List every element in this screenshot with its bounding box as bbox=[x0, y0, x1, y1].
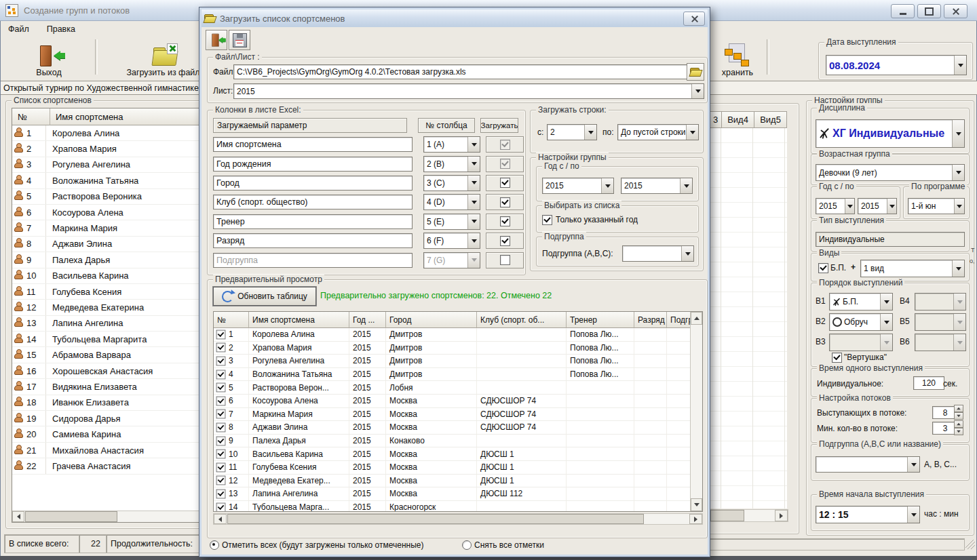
row-checkbox[interactable] bbox=[216, 396, 226, 405]
column-header[interactable]: Вид5 bbox=[754, 111, 787, 128]
list-item[interactable]: 13 Лапина Ангелина bbox=[12, 316, 199, 332]
chevron-down-icon[interactable] bbox=[952, 165, 964, 180]
save-groups-button[interactable]: хранить bbox=[700, 38, 775, 77]
table-row[interactable]: 5 Растворова Верон... 2015 Лобня bbox=[214, 381, 691, 395]
list-item[interactable]: 20 Самиева Карина bbox=[12, 426, 199, 442]
table-row[interactable]: 8 Аджави Элина 2015 Москва СДЮСШОР 74 bbox=[214, 421, 691, 435]
dialog-year-from[interactable]: 2015 bbox=[542, 178, 614, 194]
list-item[interactable]: 7 Маркина Мария bbox=[12, 220, 199, 236]
column-header[interactable]: Разряд bbox=[634, 312, 667, 328]
column-header[interactable]: Год ... bbox=[349, 312, 386, 328]
list-item[interactable]: 11 Голубева Ксения bbox=[12, 284, 199, 300]
column-combobox[interactable]: 7 (G) bbox=[423, 252, 480, 268]
close-button[interactable] bbox=[944, 4, 968, 18]
chevron-down-icon[interactable] bbox=[887, 199, 896, 214]
sheet-combobox[interactable]: 2015 bbox=[233, 83, 704, 99]
column-combobox[interactable]: 2 (B) bbox=[423, 156, 480, 172]
chevron-down-icon[interactable] bbox=[691, 84, 704, 98]
load-checkbox[interactable] bbox=[500, 159, 510, 169]
center-hscrollbar[interactable] bbox=[710, 509, 788, 522]
column-header-num[interactable]: № bbox=[12, 108, 50, 125]
unmark-all-radio[interactable] bbox=[462, 540, 472, 550]
dialog-subgroup-combobox[interactable] bbox=[622, 245, 694, 262]
refresh-table-button[interactable]: Обновить таблицу bbox=[213, 287, 316, 306]
resize-grip[interactable] bbox=[965, 540, 975, 549]
load-checkbox[interactable] bbox=[500, 255, 510, 265]
column-combobox[interactable]: 3 (C) bbox=[423, 175, 480, 191]
row-checkbox[interactable] bbox=[216, 357, 226, 366]
column-header[interactable]: Подгр... bbox=[667, 312, 691, 328]
chevron-down-icon[interactable] bbox=[584, 125, 596, 140]
row-checkbox[interactable] bbox=[216, 383, 226, 393]
min-flow-stepper[interactable] bbox=[954, 420, 963, 435]
vidy-count-combobox[interactable]: 1 вид bbox=[860, 260, 965, 277]
chevron-down-icon[interactable] bbox=[467, 233, 480, 248]
list-item[interactable]: 16 Хорошевская Анастасия bbox=[12, 363, 199, 379]
minimize-button[interactable] bbox=[891, 4, 915, 18]
list-item[interactable]: 1 Королева Алина bbox=[12, 125, 199, 141]
b6-combobox[interactable] bbox=[915, 334, 966, 351]
discipline-combobox[interactable]: ХГ Индивидуальные bbox=[816, 119, 965, 148]
chevron-down-icon[interactable] bbox=[467, 214, 480, 229]
table-row[interactable]: 10 Васильева Карина 2015 Москва ДЮСШ 1 bbox=[214, 447, 691, 461]
preview-hscrollbar[interactable] bbox=[213, 513, 703, 525]
list-item[interactable]: 10 Васильева Карина bbox=[12, 268, 199, 284]
date-combobox[interactable]: 08.08.2024 bbox=[826, 55, 967, 75]
row-checkbox[interactable] bbox=[216, 476, 226, 485]
column-combobox[interactable]: 5 (E) bbox=[423, 214, 480, 230]
list-item[interactable]: 5 Растворова Вероника bbox=[12, 189, 199, 205]
param-field[interactable]: Разряд bbox=[213, 233, 413, 248]
chevron-down-icon[interactable] bbox=[601, 178, 613, 193]
chevron-down-icon[interactable] bbox=[845, 199, 854, 214]
load-checkbox[interactable] bbox=[500, 197, 510, 207]
load-checkbox[interactable] bbox=[500, 236, 510, 246]
chevron-down-icon[interactable] bbox=[952, 120, 964, 147]
b3-combobox[interactable] bbox=[829, 334, 893, 351]
program-combobox[interactable]: 1-й юн bbox=[908, 198, 965, 214]
list-item[interactable]: 2 Храпова Мария bbox=[12, 141, 199, 157]
time-input[interactable]: 120 bbox=[913, 376, 944, 390]
table-row[interactable]: 12 Медведева Екатер... 2015 Москва ДЮСШ … bbox=[214, 475, 691, 488]
list-item[interactable]: 18 Иванюк Елизавета bbox=[12, 395, 199, 411]
chevron-down-icon[interactable] bbox=[467, 253, 480, 268]
chevron-down-icon[interactable] bbox=[954, 199, 964, 214]
list-item[interactable]: 21 Михайлова Анастасия bbox=[12, 443, 199, 458]
row-checkbox[interactable] bbox=[216, 449, 226, 459]
bp-checkbox[interactable] bbox=[818, 263, 828, 273]
table-row[interactable]: 4 Воложанина Татьяна 2015 Дмитров Попова… bbox=[214, 368, 691, 382]
exit-button[interactable]: Выход bbox=[11, 38, 87, 77]
param-field[interactable]: Подгруппа bbox=[213, 253, 413, 268]
load-checkbox[interactable] bbox=[500, 178, 510, 188]
param-field[interactable]: Тренер bbox=[213, 214, 413, 229]
year-from-combobox[interactable]: 2015 bbox=[816, 198, 855, 214]
preview-vscrollbar[interactable] bbox=[690, 312, 702, 511]
column-header[interactable]: Город bbox=[386, 312, 477, 328]
chevron-down-icon[interactable] bbox=[467, 157, 480, 172]
chevron-down-icon[interactable] bbox=[907, 506, 919, 523]
table-row[interactable]: 7 Маркина Мария 2015 Москва СДЮСШОР 74 bbox=[214, 408, 691, 422]
chevron-down-icon[interactable] bbox=[954, 56, 966, 75]
table-row[interactable]: 1 Королева Алина 2015 Дмитров Попова Лю.… bbox=[214, 328, 691, 342]
menu-item[interactable]: Файл bbox=[8, 24, 29, 34]
year-to-combobox[interactable]: 2015 bbox=[858, 198, 897, 214]
chevron-down-icon[interactable] bbox=[680, 178, 692, 193]
only-year-checkbox[interactable] bbox=[542, 215, 552, 225]
column-header[interactable]: Клуб (спорт. об... bbox=[477, 312, 567, 328]
maximize-button[interactable] bbox=[917, 4, 941, 18]
list-item[interactable]: 15 Абрамова Варвара bbox=[12, 347, 199, 363]
start-time-combobox[interactable]: 12 : 15 bbox=[816, 506, 920, 523]
table-row[interactable]: 11 Голубева Ксения 2015 Москва ДЮСШ 1 bbox=[214, 461, 691, 475]
column-combobox[interactable]: 6 (F) bbox=[423, 233, 480, 249]
scroll-left-button[interactable] bbox=[214, 514, 227, 524]
list-item[interactable]: 8 Аджави Элина bbox=[12, 237, 199, 252]
scroll-left-button[interactable] bbox=[12, 511, 24, 522]
param-field[interactable]: Год рождения bbox=[213, 157, 413, 172]
list-item[interactable]: 9 Палеха Дарья bbox=[12, 252, 199, 268]
param-field[interactable]: Имя спортсмена bbox=[213, 137, 413, 152]
table-row[interactable]: 6 Косоурова Алена 2015 Москва СДЮСШОР 74 bbox=[214, 395, 691, 408]
row-checkbox[interactable] bbox=[216, 409, 226, 419]
chevron-down-icon[interactable] bbox=[467, 195, 480, 209]
list-item[interactable]: 12 Медведева Екатерина bbox=[12, 300, 199, 315]
row-from-combobox[interactable]: 2 bbox=[547, 124, 597, 140]
column-header[interactable]: 3 bbox=[710, 111, 722, 128]
